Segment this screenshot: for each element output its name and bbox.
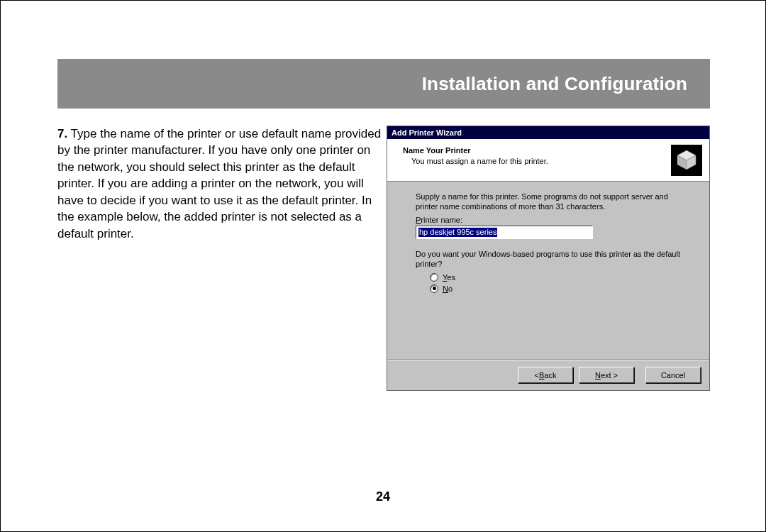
printer-icon (671, 145, 702, 176)
radio-no-label: No (443, 284, 453, 293)
supply-text: Supply a name for this printer. Some pro… (416, 192, 681, 211)
cancel-button[interactable]: Cancel (645, 367, 701, 383)
next-button[interactable]: Next > (579, 367, 634, 383)
radio-yes-label: Yes (443, 273, 455, 282)
add-printer-wizard-dialog: Add Printer Wizard Name Your Printer You… (387, 126, 710, 391)
wizard-button-bar: < Back Next > Cancel (387, 359, 709, 390)
dialog-titlebar: Add Printer Wizard (387, 126, 709, 139)
dialog-title: Add Printer Wizard (392, 128, 462, 137)
step-number: 7. (57, 127, 67, 140)
content-row: 7. Type the name of the printer or use d… (57, 126, 710, 391)
radio-no-circle (430, 284, 438, 293)
radio-yes[interactable]: Yes (430, 273, 681, 282)
radio-no[interactable]: No (430, 284, 681, 293)
section-title: Installation and Configuration (422, 73, 687, 95)
manual-page: Installation and Configuration 7. Type t… (0, 0, 766, 532)
step-text: Type the name of the printer or use defa… (57, 127, 381, 240)
wizard-header: Name Your Printer You must assign a name… (387, 139, 709, 182)
page-number: 24 (1, 489, 765, 504)
section-header: Installation and Configuration (57, 59, 710, 109)
printer-name-value: hp deskjet 995c series (418, 228, 497, 237)
printer-name-label: Printer name: (416, 216, 681, 224)
step-instructions: 7. Type the name of the printer or use d… (57, 126, 382, 242)
wizard-subheading: You must assign a name for this printer. (411, 157, 699, 165)
radio-yes-circle (430, 273, 438, 282)
wizard-heading: Name Your Printer (403, 146, 699, 155)
wizard-body: Supply a name for this printer. Some pro… (387, 182, 709, 359)
printer-name-input[interactable]: hp deskjet 995c series (416, 226, 593, 239)
back-button[interactable]: < Back (518, 367, 573, 383)
default-printer-question: Do you want your Windows-based programs … (416, 249, 681, 269)
